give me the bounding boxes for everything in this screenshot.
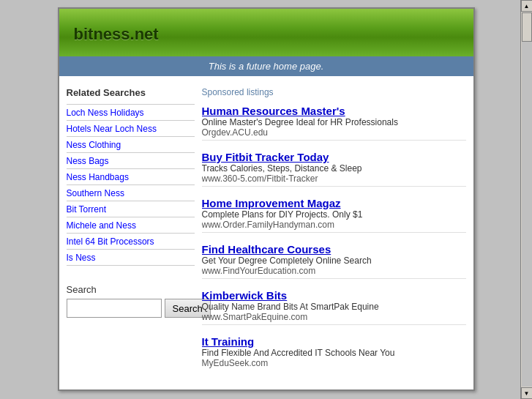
listing-description: Find Flexible And Accredited IT Schools … <box>202 348 466 358</box>
related-search-link[interactable]: Intel 64 Bit Processors <box>67 236 154 247</box>
search-section: Search Search <box>67 284 195 318</box>
list-item[interactable]: Ness Handbags <box>67 169 195 185</box>
related-search-link[interactable]: Hotels Near Loch Ness <box>67 124 157 134</box>
site-title: bitness.net <box>74 25 159 44</box>
listing-item: Kimberwick BitsQuality Name Brand Bits A… <box>202 289 466 325</box>
listing-description: Quality Name Brand Bits At SmartPak Equi… <box>202 302 466 312</box>
listing-url: www.SmartPakEquine.com <box>202 312 466 322</box>
scrollbar-right: ▲ ▼ <box>520 0 532 399</box>
list-item[interactable]: Hotels Near Loch Ness <box>67 121 195 137</box>
listing-divider <box>202 232 466 233</box>
listing-item: Find Healthcare CoursesGet Your Degree C… <box>202 243 466 279</box>
listing-title[interactable]: Buy Fitbit Tracker Today <box>202 151 466 163</box>
listing-divider <box>202 140 466 141</box>
listing-divider <box>202 278 466 279</box>
related-search-link[interactable]: Bit Torrent <box>67 204 106 215</box>
related-search-link[interactable]: Loch Ness Holidays <box>67 108 144 118</box>
listing-description: Complete Plans for DIY Projects. Only $1 <box>202 209 466 220</box>
list-item[interactable]: Southern Ness <box>67 185 195 201</box>
search-label: Search <box>67 284 195 295</box>
related-search-link[interactable]: Michele and Ness <box>67 220 136 231</box>
list-item[interactable]: Ness Clothing <box>67 137 195 153</box>
listing-title[interactable]: Find Healthcare Courses <box>202 243 466 256</box>
list-item[interactable]: Intel 64 Bit Processors <box>67 234 195 250</box>
listing-url: Orgdev.ACU.edu <box>202 127 466 138</box>
listing-title[interactable]: Kimberwick Bits <box>202 289 466 302</box>
right-column: Sponsored listings Human Resources Maste… <box>202 87 466 379</box>
listing-url: www.FindYourEducation.com <box>202 266 466 276</box>
listing-url: www.360-5.com/Fitbit-Tracker <box>202 174 466 184</box>
listing-description: Get Your Degree Completely Online Search <box>202 256 466 266</box>
subtitle-text: This is a future home page. <box>209 61 324 72</box>
search-input[interactable] <box>67 299 162 318</box>
related-heading: Related Searches <box>67 87 195 98</box>
sponsored-label: Sponsored listings <box>202 87 466 97</box>
list-item[interactable]: Michele and Ness <box>67 217 195 234</box>
scroll-down-button[interactable]: ▼ <box>521 387 533 399</box>
related-search-link[interactable]: Ness Clothing <box>67 140 121 150</box>
listing-url: MyEduSeek.com <box>202 358 466 368</box>
listing-item: Home Improvement MagazComplete Plans for… <box>202 197 466 233</box>
scroll-up-button[interactable]: ▲ <box>521 0 533 12</box>
search-row: Search <box>67 299 195 318</box>
listing-item: It TrainingFind Flexible And Accredited … <box>202 335 466 368</box>
listing-url: www.Order.FamilyHandyman.com <box>202 220 466 230</box>
list-item[interactable]: Is Ness <box>67 250 195 266</box>
related-search-link[interactable]: Is Ness <box>67 253 96 263</box>
left-column: Related Searches Loch Ness HolidaysHotel… <box>67 87 195 379</box>
related-searches-list: Loch Ness HolidaysHotels Near Loch NessN… <box>67 104 195 266</box>
listing-description: Online Master's Degree Ideal for HR Prof… <box>202 117 466 127</box>
list-item[interactable]: Bit Torrent <box>67 201 195 217</box>
listing-title[interactable]: Home Improvement Magaz <box>202 197 466 209</box>
related-search-link[interactable]: Ness Bags <box>67 156 109 166</box>
main-content: Related Searches Loch Ness HolidaysHotel… <box>59 76 473 389</box>
listing-divider <box>202 324 466 325</box>
related-search-link[interactable]: Ness Handbags <box>67 172 129 182</box>
list-item[interactable]: Ness Bags <box>67 153 195 169</box>
listing-item: Buy Fitbit Tracker TodayTracks Calories,… <box>202 151 466 187</box>
related-search-link[interactable]: Southern Ness <box>67 188 124 198</box>
listing-divider <box>202 186 466 187</box>
subtitle-bar: This is a future home page. <box>59 56 473 76</box>
listing-item: Human Resources Master'sOnline Master's … <box>202 105 466 141</box>
listing-title[interactable]: Human Resources Master's <box>202 105 466 117</box>
listing-title[interactable]: It Training <box>202 335 466 348</box>
scroll-track <box>522 12 532 387</box>
site-header: bitness.net <box>59 9 473 56</box>
list-item[interactable]: Loch Ness Holidays <box>67 105 195 121</box>
browser-window: bitness.net This is a future home page. … <box>58 7 475 391</box>
listings-container: Human Resources Master'sOnline Master's … <box>202 105 466 368</box>
scroll-thumb[interactable] <box>522 12 532 42</box>
listing-description: Tracks Calories, Steps, Distance & Sleep <box>202 163 466 174</box>
